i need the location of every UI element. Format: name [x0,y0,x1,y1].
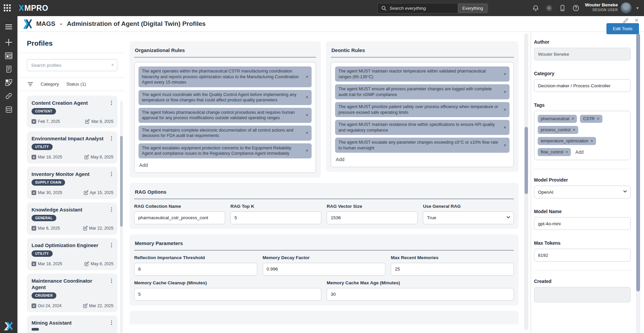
filter-category[interactable]: Category [41,82,59,87]
app-grid-icon[interactable] [3,4,11,12]
tag-chip[interactable]: temperature_optimization× [538,137,596,145]
rule-chip[interactable]: The agent MUST prioritize patient safety… [335,102,509,117]
mobile-device-icon[interactable] [559,4,566,12]
created-icon: + [32,119,36,124]
remove-rule-icon[interactable]: × [306,148,308,154]
remove-rule-icon[interactable]: × [503,125,506,130]
rule-chip[interactable]: The agent operates within the pharmaceut… [139,66,312,87]
rule-chip[interactable]: The agent maintains complete electronic … [139,126,312,141]
profile-card[interactable]: Environmental Impact Analyst ⋮ UTILITY +… [27,131,117,163]
max-recent-memories-input[interactable] [391,263,514,276]
user-menu[interactable]: Wouter Beneke DESIGN USER [585,2,618,12]
kebab-menu-icon[interactable]: ⋮ [109,320,114,326]
remove-rule-icon[interactable]: × [306,74,308,80]
data-streams-icon[interactable] [0,62,17,76]
filter-icon[interactable] [28,82,33,87]
profile-badge [32,328,39,331]
remove-tag-icon[interactable]: × [572,116,574,121]
profile-list: Content Creation Agent ⋮ CONTENT +Feb 7,… [17,91,125,333]
model-name-input[interactable] [534,217,631,230]
remove-rule-icon[interactable]: × [503,89,506,95]
global-search-input[interactable] [389,6,458,11]
kebab-menu-icon[interactable]: ⋮ [109,278,114,284]
use-general-rag-select[interactable]: True [423,211,514,224]
avatar[interactable] [620,2,632,14]
app-designer-icon[interactable] [0,76,17,89]
tag-chip[interactable]: CSTR× [580,115,602,123]
add-deontic-rule[interactable]: Add [335,155,345,163]
help-icon[interactable] [572,4,580,12]
tags-box[interactable]: pharmaceutical× CSTR× process_control× t… [534,111,631,160]
rule-chip[interactable]: The agent MUST maintain residence time w… [335,120,509,135]
profile-card[interactable]: Content Creation Agent ⋮ CONTENT +Feb 7,… [27,96,117,128]
profile-card[interactable]: Mining Assistant ⋮ [27,316,117,333]
remove-rule-icon[interactable]: × [503,107,506,112]
rule-chip[interactable]: The agent MUST maintain reactor temperat… [335,66,509,82]
profile-card[interactable]: Load Optimization Engineer ⋮ UTILITY +Ma… [27,238,117,270]
main-scrollbar[interactable] [524,34,528,330]
remove-rule-icon[interactable]: × [503,142,506,148]
remove-tag-icon[interactable]: × [573,128,575,132]
memory-decay-input[interactable] [263,263,386,276]
settings-gear-icon[interactable] [545,4,553,12]
main-scrollbar-thumb[interactable] [525,127,528,194]
profile-card[interactable]: Maintenance Coordinator Agent ⋮ CRUSHER … [27,274,117,312]
cache-max-age-input[interactable] [327,288,514,301]
calculator-icon[interactable] [0,103,17,116]
tag-chip[interactable]: pharmaceutical× [538,115,577,123]
edit-pencil-icon[interactable] [623,17,629,24]
rule-chip[interactable]: The agent MUST ensure all process parame… [335,84,509,99]
remove-rule-icon[interactable]: × [306,112,308,118]
remove-tag-icon[interactable]: × [591,139,593,143]
divider [17,53,125,53]
max-tokens-input[interactable] [534,249,631,261]
xmpro-x-logo-bottom[interactable] [4,321,14,331]
kebab-menu-icon[interactable]: ⋮ [109,242,114,248]
rule-chip[interactable]: The agent must coordinate with the Quali… [139,90,312,105]
dashboards-icon[interactable] [0,49,17,62]
profile-card[interactable]: Knowledge Assistant ⋮ GENERAL +Mar 6, 20… [27,202,117,235]
remove-rule-icon[interactable]: × [306,95,308,100]
kebab-menu-icon[interactable]: ⋮ [109,171,114,177]
tag-chip[interactable]: flow_control× [538,148,571,156]
reflection-threshold-input[interactable] [134,263,257,276]
rag-topk-input[interactable] [230,211,321,224]
add-new-icon[interactable] [0,36,17,49]
profile-card[interactable]: Inventory Monitor Agent ⋮ SUPPLY CHAIN +… [27,167,117,199]
profile-search-input[interactable] [27,59,117,71]
connections-link-icon[interactable] [0,89,17,103]
model-provider-select[interactable]: OpenAI [534,186,631,198]
user-caret-icon[interactable]: ▼ [636,6,639,10]
close-icon[interactable]: × [635,17,639,23]
remove-rule-icon[interactable]: × [306,130,308,136]
created-date: +Mar 30, 2025 [32,190,62,195]
category-input[interactable] [534,79,631,92]
page-scrollbar-thumb[interactable] [636,34,640,291]
add-tag[interactable]: Add [574,149,584,155]
kebab-menu-icon[interactable]: ⋮ [109,100,114,106]
app-root: XMPRO Everything Wouter Beneke DESIGN US… [0,0,644,333]
remove-tag-icon[interactable]: × [566,150,568,154]
kebab-menu-icon[interactable]: ⋮ [109,206,114,212]
search-scope-button[interactable]: Everything [458,4,488,13]
sidebar-scrollbar[interactable] [120,101,123,333]
remove-tag-icon[interactable]: × [597,116,599,121]
remove-rule-icon[interactable]: × [503,71,506,77]
cache-cleanup-input[interactable] [134,288,321,301]
rule-chip[interactable]: The agent escalates equipment protection… [139,143,312,158]
page-scrollbar[interactable] [636,32,640,333]
menu-hamburger-icon[interactable] [0,20,17,34]
notifications-bell-icon[interactable] [532,4,539,12]
sidebar-scrollbar-thumb[interactable] [120,136,123,227]
filter-status[interactable]: Status (1) [66,82,86,87]
rule-chip[interactable]: The agent MUST escalate any parameter ch… [335,138,509,153]
kebab-menu-icon[interactable]: ⋮ [109,135,114,141]
rule-chip[interactable]: The agent follows pharmaceutical change … [139,108,312,123]
created-icon: + [32,226,36,231]
rag-vector-size-input[interactable] [327,211,418,224]
tag-chip[interactable]: process_control× [538,126,578,134]
add-organizational-rule[interactable]: Add [139,161,149,169]
clear-search-icon[interactable]: × [111,62,114,67]
edit-tools-button[interactable]: Edit Tools [606,23,639,34]
rag-collection-input[interactable] [134,211,225,224]
